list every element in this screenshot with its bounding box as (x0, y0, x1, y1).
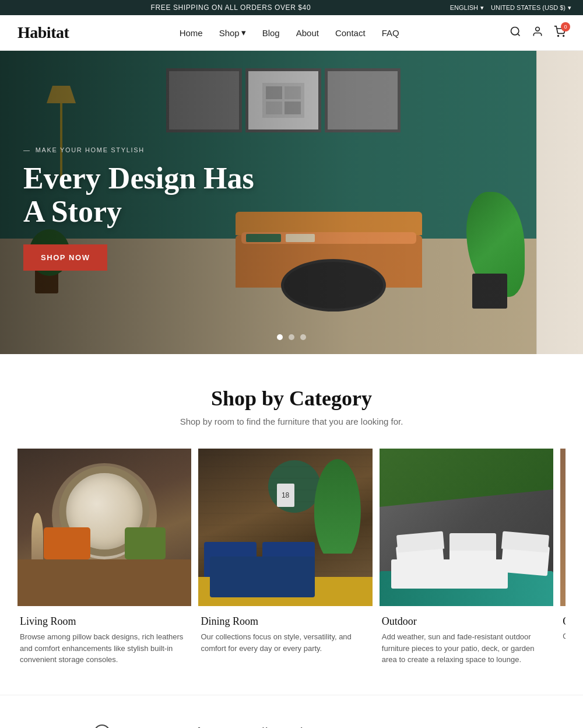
account-button[interactable] (532, 26, 543, 40)
category-card-info-outdoor: Outdoor Add weather, sun and fade-resist… (380, 606, 553, 671)
svg-line-1 (518, 33, 520, 36)
category-desc-office: Create a st... (563, 631, 566, 642)
category-card-info-dining: Dining Room Our collections focus on sty… (198, 606, 372, 660)
category-card-dining[interactable]: 18 Dining Room Our collections focus on … (198, 449, 372, 671)
shop-now-button[interactable]: SHOP NOW (23, 244, 107, 271)
category-desc-outdoor: Add weather, sun and fade-resistant outd… (382, 631, 551, 666)
nav-item-home[interactable]: Home (180, 28, 203, 38)
nav-item-contact[interactable]: Contact (335, 28, 366, 38)
carousel-dot-2[interactable] (289, 334, 294, 340)
category-name-outdoor: Outdoor (382, 615, 551, 628)
shop-chevron-icon: ▾ (241, 27, 246, 38)
hero-carousel-dots (277, 334, 306, 340)
hero-tag: MAKE YOUR HOME STYLISH (23, 146, 268, 153)
carousel-dot-1[interactable] (277, 334, 283, 340)
category-section-title: Shop by Category (17, 386, 566, 411)
hero-title: Every Design Has A Story (23, 162, 268, 228)
currency-label: UNITED STATES (USD $) (491, 4, 566, 11)
allermuir-label: Allermuir (252, 725, 308, 729)
nav-item-shop[interactable]: Shop ▾ (219, 27, 246, 38)
currency-selector[interactable]: UNITED STATES (USD $) ▾ (491, 4, 571, 12)
category-card-office[interactable]: Office Create a st... (560, 449, 566, 671)
cart-badge: 0 (561, 22, 570, 32)
category-name-office: Office (563, 615, 566, 628)
main-nav: Home Shop ▾ Blog About Contact FAQ (180, 27, 399, 38)
carousel-dot-3[interactable] (300, 334, 306, 340)
site-logo[interactable]: Habitat (17, 23, 69, 42)
category-desc-dining: Our collections focus on style, versatil… (201, 631, 370, 654)
cart-button[interactable]: 0 (554, 26, 566, 40)
search-button[interactable] (510, 26, 521, 40)
category-desc-living: Browse among pillow back designs, rich l… (20, 631, 189, 666)
nav-item-blog[interactable]: Blog (262, 28, 280, 38)
brand-vitra: vitra. (189, 725, 223, 729)
hero-content: MAKE YOUR HOME STYLISH Every Design Has … (23, 146, 268, 271)
hero-section: MAKE YOUR HOME STYLISH Every Design Has … (0, 51, 583, 354)
header-icons: 0 (510, 26, 566, 40)
currency-chevron-icon: ▾ (568, 4, 571, 12)
category-name-living: Living Room (20, 615, 189, 628)
category-card-info-office: Office Create a st... (560, 606, 566, 648)
category-section: Shop by Category Shop by room to find th… (0, 354, 583, 695)
category-img-dining: 18 (198, 449, 372, 606)
language-label: ENGLISH (450, 4, 478, 11)
announcement-bar: FREE SHIPPING ON ALL ORDERS OVER $40 ENG… (0, 0, 583, 15)
category-name-dining: Dining Room (201, 615, 370, 628)
brands-section: JARDAN vitra. Allermuir MOROSO™ FortyWin… (0, 695, 583, 729)
nav-item-about[interactable]: About (296, 28, 319, 38)
jardan-icon (94, 724, 110, 729)
language-chevron-icon: ▾ (480, 4, 484, 12)
header: Habitat Home Shop ▾ Blog About Contact F… (0, 15, 583, 51)
category-section-subtitle: Shop by room to find the furniture that … (17, 416, 566, 426)
category-card-outdoor[interactable]: Outdoor Add weather, sun and fade-resist… (380, 449, 553, 671)
brand-jardan: JARDAN (94, 724, 160, 729)
language-selector[interactable]: ENGLISH ▾ (450, 4, 484, 12)
category-img-living (17, 449, 191, 606)
category-grid: Living Room Browse among pillow back des… (17, 449, 566, 671)
category-card-living[interactable]: Living Room Browse among pillow back des… (17, 449, 191, 671)
svg-point-0 (511, 27, 518, 34)
nav-item-faq[interactable]: FAQ (382, 28, 399, 38)
category-img-outdoor (380, 449, 553, 606)
svg-point-2 (536, 27, 540, 31)
vitra-label: vitra. (189, 725, 223, 729)
brand-allermuir: Allermuir (252, 725, 308, 729)
category-card-info-living: Living Room Browse among pillow back des… (17, 606, 191, 671)
svg-point-3 (558, 35, 559, 36)
announcement-text: FREE SHIPPING ON ALL ORDERS OVER $40 (12, 4, 450, 12)
svg-point-4 (563, 35, 564, 36)
category-img-office (560, 449, 566, 606)
